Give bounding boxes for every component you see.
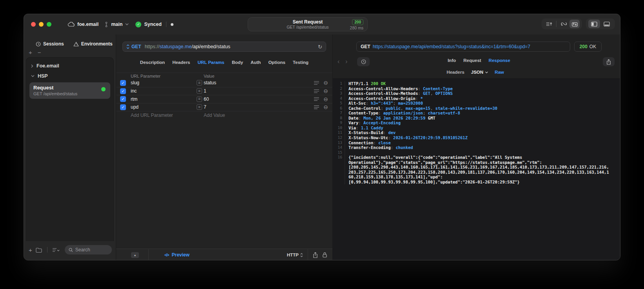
resend-request-icon[interactable]: ↻ xyxy=(318,44,322,50)
param-operator-button[interactable]: = xyxy=(197,88,202,94)
request-method[interactable]: GET xyxy=(131,44,141,49)
param-checkbox[interactable]: ✓ xyxy=(120,96,126,102)
param-remove-icon[interactable]: ⊖ xyxy=(321,88,330,94)
param-options-icon[interactable] xyxy=(311,105,321,109)
url-scheme: https:// xyxy=(145,44,160,49)
new-request-button[interactable]: + xyxy=(29,247,32,253)
param-checkbox[interactable]: ✓ xyxy=(120,80,126,86)
param-name[interactable]: slug xyxy=(131,80,197,85)
history-back-button[interactable]: ‹ xyxy=(338,57,339,66)
export-response-button[interactable] xyxy=(603,57,615,66)
app-window: foe.email main ✓ Synced Sent Request GET… xyxy=(24,14,620,260)
minimize-button[interactable] xyxy=(39,22,44,27)
param-operator-button[interactable]: = xyxy=(197,80,202,85)
line-number: 12 xyxy=(333,135,345,140)
request-list-item-selected[interactable]: Request GET /api/embed/status xyxy=(29,82,110,99)
param-name[interactable]: inc xyxy=(131,88,197,94)
method-stepper-icon[interactable] xyxy=(126,44,130,49)
tree-item-foe-email[interactable]: Foe.email xyxy=(26,61,113,71)
add-param-placeholder[interactable]: Add URL Parameter xyxy=(131,113,197,118)
request-tab-body[interactable]: Body xyxy=(232,60,243,65)
flow-loop-button[interactable] xyxy=(558,20,569,28)
branch-chevron-down-icon[interactable] xyxy=(125,23,129,25)
toggle-sidebar-button[interactable] xyxy=(588,20,600,28)
close-button[interactable] xyxy=(31,22,36,27)
request-tab-description[interactable]: Description xyxy=(140,60,165,65)
sidebar-add-remove: + − xyxy=(24,49,116,57)
response-subtabs: HeadersJSONRaw xyxy=(447,70,504,75)
param-options-icon[interactable] xyxy=(311,89,321,93)
request-tab-url-params[interactable]: URL Params xyxy=(198,60,224,65)
protocol-selector[interactable]: HTTP xyxy=(287,253,303,257)
send-receive-button[interactable] xyxy=(569,20,580,28)
expand-panel-button[interactable]: ▲ xyxy=(131,252,139,258)
new-folder-button[interactable] xyxy=(36,247,42,253)
param-value[interactable]: 7 xyxy=(204,104,311,110)
json-chevron-down-icon xyxy=(485,71,488,73)
param-remove-icon[interactable]: ⊖ xyxy=(321,104,330,110)
request-tab-headers[interactable]: Headers xyxy=(172,60,190,65)
tree-item-hsp[interactable]: HSP xyxy=(26,71,113,81)
response-tab-response[interactable]: Response xyxy=(489,58,510,63)
status-code-badge: 200 xyxy=(352,19,363,25)
param-row-upd: ✓upd=7⊖ xyxy=(116,103,332,111)
workspace-name[interactable]: foe.email xyxy=(77,22,99,27)
add-button[interactable]: + xyxy=(29,49,32,56)
zoom-button[interactable] xyxy=(47,22,51,27)
response-subtab-json[interactable]: JSON xyxy=(471,70,488,75)
sync-status-label[interactable]: Synced xyxy=(144,22,161,27)
response-url-box[interactable]: GET https://statuspage.me/api/embed/stat… xyxy=(356,42,570,52)
request-tabs: DescriptionHeadersURL ParamsBodyAuthOpti… xyxy=(116,59,332,66)
add-value-placeholder[interactable]: Add Value xyxy=(204,113,311,118)
sort-options-button[interactable] xyxy=(53,248,60,252)
param-options-icon[interactable] xyxy=(311,97,321,101)
response-subtab-headers[interactable]: Headers xyxy=(447,70,464,75)
request-editor-pane: GET https://statuspage.me/api/embed/stat… xyxy=(116,35,333,260)
sidebar-panel-icon xyxy=(591,22,597,27)
search-input[interactable]: Search xyxy=(65,245,112,254)
code-line: 4Access-Control-Allow-Origin: * xyxy=(333,96,620,101)
code-line: [0,99.94,100,99.93,99.98,99.95,100],"upd… xyxy=(333,180,620,185)
param-options-icon[interactable] xyxy=(311,81,321,85)
sent-request-status-pill[interactable]: Sent Request GET /api/embed/status 200 2… xyxy=(248,17,368,31)
request-url-bar[interactable]: GET https://statuspage.me/api/embed/stat… xyxy=(122,42,326,52)
line-number: 5 xyxy=(333,101,345,106)
lock-icon[interactable] xyxy=(323,252,327,258)
param-value[interactable]: 1 xyxy=(204,88,311,94)
share-request-button[interactable] xyxy=(313,252,318,258)
param-remove-icon[interactable]: ⊖ xyxy=(321,96,330,102)
line-number: 11 xyxy=(333,130,345,135)
preview-button[interactable]: </> Preview xyxy=(164,252,190,258)
request-tab-testing[interactable]: Testing xyxy=(293,60,308,65)
code-line: 13Connection: close xyxy=(333,140,620,145)
request-url-text[interactable]: https://statuspage.me/api/embed/status xyxy=(145,44,230,49)
param-operator-button[interactable]: = xyxy=(197,104,202,110)
param-value[interactable]: 60 xyxy=(204,96,311,102)
toggle-bottom-panel-button[interactable] xyxy=(601,20,613,28)
request-tab-options[interactable]: Options xyxy=(268,60,285,65)
param-checkbox[interactable]: ✓ xyxy=(120,104,126,110)
param-name[interactable]: upd xyxy=(131,104,197,110)
history-button[interactable] xyxy=(357,57,370,66)
response-subtab-raw[interactable]: Raw xyxy=(495,70,504,75)
line-number xyxy=(333,160,345,165)
line-number: 7 xyxy=(333,111,345,116)
response-tab-request[interactable]: Request xyxy=(463,58,481,63)
param-checkbox[interactable]: ✓ xyxy=(120,88,126,94)
footer-separator xyxy=(308,249,308,261)
tab-environments[interactable]: Environments xyxy=(73,41,113,47)
history-forward-button[interactable]: › xyxy=(345,57,347,66)
response-tab-info[interactable]: Info xyxy=(448,58,456,63)
param-remove-icon[interactable]: ⊖ xyxy=(321,80,330,85)
param-row-inc: ✓inc=1⊖ xyxy=(116,87,332,95)
tab-sessions[interactable]: Sessions xyxy=(36,41,64,47)
cloud-icon xyxy=(68,22,75,27)
param-name[interactable]: rtm xyxy=(131,96,197,102)
request-tab-auth[interactable]: Auth xyxy=(250,60,261,65)
remove-button[interactable]: − xyxy=(38,49,41,56)
param-value[interactable]: status xyxy=(204,80,311,85)
request-list-export-button[interactable] xyxy=(544,20,554,28)
branch-name[interactable]: main xyxy=(111,22,122,27)
param-operator-button[interactable]: = xyxy=(197,96,202,102)
sidebar-tabs: Sessions Environments xyxy=(24,35,116,49)
